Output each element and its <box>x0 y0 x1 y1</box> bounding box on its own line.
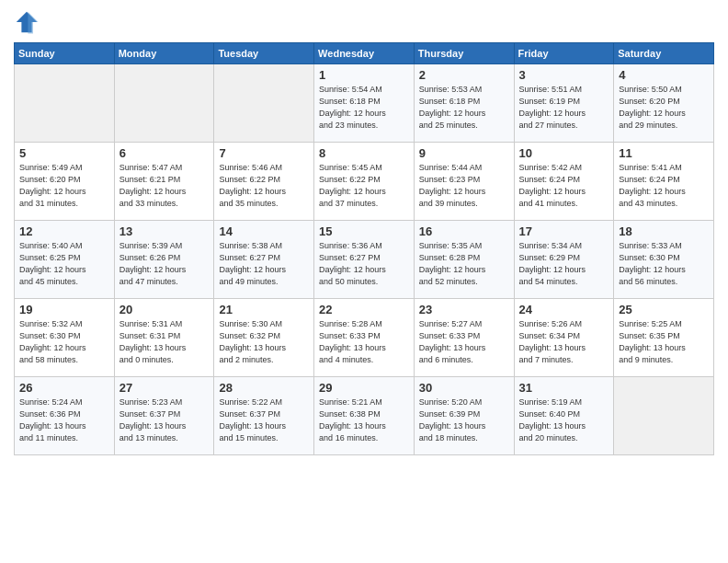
day-number: 8 <box>319 146 409 160</box>
day-header: Wednesday <box>314 43 415 64</box>
calendar-cell: 1Sunrise: 5:54 AM Sunset: 6:18 PM Daylig… <box>314 64 415 143</box>
day-number: 31 <box>519 381 609 395</box>
calendar-header-row: SundayMondayTuesdayWednesdayThursdayFrid… <box>15 43 714 64</box>
day-info: Sunrise: 5:31 AM Sunset: 6:31 PM Dayligh… <box>119 318 210 366</box>
day-number: 1 <box>319 68 409 82</box>
svg-marker-1 <box>28 12 38 34</box>
day-info: Sunrise: 5:28 AM Sunset: 6:33 PM Dayligh… <box>319 318 409 366</box>
day-info: Sunrise: 5:33 AM Sunset: 6:30 PM Dayligh… <box>619 240 709 288</box>
day-info: Sunrise: 5:21 AM Sunset: 6:38 PM Dayligh… <box>319 396 409 444</box>
calendar-cell <box>15 64 115 143</box>
day-info: Sunrise: 5:54 AM Sunset: 6:18 PM Dayligh… <box>319 84 409 132</box>
day-info: Sunrise: 5:23 AM Sunset: 6:37 PM Dayligh… <box>119 396 210 444</box>
calendar-cell: 22Sunrise: 5:28 AM Sunset: 6:33 PM Dayli… <box>314 299 415 377</box>
day-number: 2 <box>419 68 509 82</box>
day-number: 22 <box>319 303 409 316</box>
day-number: 16 <box>419 224 509 238</box>
calendar-week-row: 26Sunrise: 5:24 AM Sunset: 6:36 PM Dayli… <box>15 377 714 455</box>
calendar-cell: 11Sunrise: 5:41 AM Sunset: 6:24 PM Dayli… <box>614 143 714 221</box>
calendar-cell: 4Sunrise: 5:50 AM Sunset: 6:20 PM Daylig… <box>614 64 714 143</box>
calendar-cell: 16Sunrise: 5:35 AM Sunset: 6:28 PM Dayli… <box>414 221 514 299</box>
day-header: Thursday <box>414 43 514 64</box>
day-info: Sunrise: 5:47 AM Sunset: 6:21 PM Dayligh… <box>119 162 210 210</box>
day-info: Sunrise: 5:45 AM Sunset: 6:22 PM Dayligh… <box>319 162 409 210</box>
calendar-cell: 8Sunrise: 5:45 AM Sunset: 6:22 PM Daylig… <box>314 143 415 221</box>
calendar-cell: 13Sunrise: 5:39 AM Sunset: 6:26 PM Dayli… <box>114 221 214 299</box>
calendar-cell: 23Sunrise: 5:27 AM Sunset: 6:33 PM Dayli… <box>414 299 514 377</box>
day-number: 19 <box>19 303 109 316</box>
calendar-cell <box>214 64 314 143</box>
day-info: Sunrise: 5:27 AM Sunset: 6:33 PM Dayligh… <box>419 318 509 366</box>
day-info: Sunrise: 5:39 AM Sunset: 6:26 PM Dayligh… <box>119 240 210 288</box>
day-number: 24 <box>519 303 609 316</box>
day-number: 26 <box>19 381 109 395</box>
day-info: Sunrise: 5:22 AM Sunset: 6:37 PM Dayligh… <box>219 396 309 444</box>
day-number: 10 <box>519 146 609 160</box>
calendar-cell: 3Sunrise: 5:51 AM Sunset: 6:19 PM Daylig… <box>514 64 614 143</box>
calendar-cell: 18Sunrise: 5:33 AM Sunset: 6:30 PM Dayli… <box>614 221 714 299</box>
calendar-cell: 17Sunrise: 5:34 AM Sunset: 6:29 PM Dayli… <box>514 221 614 299</box>
day-header: Sunday <box>15 43 115 64</box>
day-header: Friday <box>514 43 614 64</box>
day-number: 11 <box>619 146 709 160</box>
calendar-cell: 29Sunrise: 5:21 AM Sunset: 6:38 PM Dayli… <box>314 377 415 455</box>
calendar-cell: 10Sunrise: 5:42 AM Sunset: 6:24 PM Dayli… <box>514 143 614 221</box>
calendar-cell: 21Sunrise: 5:30 AM Sunset: 6:32 PM Dayli… <box>214 299 314 377</box>
day-info: Sunrise: 5:38 AM Sunset: 6:27 PM Dayligh… <box>219 240 309 288</box>
calendar-cell: 2Sunrise: 5:53 AM Sunset: 6:18 PM Daylig… <box>414 64 514 143</box>
day-number: 18 <box>619 224 709 238</box>
day-info: Sunrise: 5:35 AM Sunset: 6:28 PM Dayligh… <box>419 240 509 288</box>
calendar-cell: 9Sunrise: 5:44 AM Sunset: 6:23 PM Daylig… <box>414 143 514 221</box>
calendar-body: 1Sunrise: 5:54 AM Sunset: 6:18 PM Daylig… <box>15 64 714 455</box>
calendar-week-row: 12Sunrise: 5:40 AM Sunset: 6:25 PM Dayli… <box>15 221 714 299</box>
day-number: 4 <box>619 68 709 82</box>
calendar-cell: 31Sunrise: 5:19 AM Sunset: 6:40 PM Dayli… <box>514 377 614 455</box>
day-info: Sunrise: 5:42 AM Sunset: 6:24 PM Dayligh… <box>519 162 609 210</box>
calendar-cell: 12Sunrise: 5:40 AM Sunset: 6:25 PM Dayli… <box>15 221 115 299</box>
day-number: 5 <box>19 146 109 160</box>
day-info: Sunrise: 5:51 AM Sunset: 6:19 PM Dayligh… <box>519 84 609 132</box>
day-info: Sunrise: 5:46 AM Sunset: 6:22 PM Dayligh… <box>219 162 309 210</box>
day-header: Tuesday <box>214 43 314 64</box>
calendar-week-row: 5Sunrise: 5:49 AM Sunset: 6:20 PM Daylig… <box>15 143 714 221</box>
day-info: Sunrise: 5:19 AM Sunset: 6:40 PM Dayligh… <box>519 396 609 444</box>
day-number: 29 <box>319 381 409 395</box>
calendar-cell: 25Sunrise: 5:25 AM Sunset: 6:35 PM Dayli… <box>614 299 714 377</box>
day-info: Sunrise: 5:36 AM Sunset: 6:27 PM Dayligh… <box>319 240 409 288</box>
calendar-week-row: 19Sunrise: 5:32 AM Sunset: 6:30 PM Dayli… <box>15 299 714 377</box>
day-info: Sunrise: 5:44 AM Sunset: 6:23 PM Dayligh… <box>419 162 509 210</box>
logo <box>14 9 43 35</box>
day-number: 9 <box>419 146 509 160</box>
calendar-cell: 26Sunrise: 5:24 AM Sunset: 6:36 PM Dayli… <box>15 377 115 455</box>
day-info: Sunrise: 5:30 AM Sunset: 6:32 PM Dayligh… <box>219 318 309 366</box>
day-info: Sunrise: 5:20 AM Sunset: 6:39 PM Dayligh… <box>419 396 509 444</box>
day-number: 6 <box>119 146 210 160</box>
calendar-cell: 24Sunrise: 5:26 AM Sunset: 6:34 PM Dayli… <box>514 299 614 377</box>
calendar-table: SundayMondayTuesdayWednesdayThursdayFrid… <box>14 42 714 455</box>
day-number: 20 <box>119 303 210 316</box>
day-number: 27 <box>119 381 210 395</box>
day-number: 30 <box>419 381 509 395</box>
day-header: Saturday <box>614 43 714 64</box>
day-info: Sunrise: 5:41 AM Sunset: 6:24 PM Dayligh… <box>619 162 709 210</box>
day-info: Sunrise: 5:50 AM Sunset: 6:20 PM Dayligh… <box>619 84 709 132</box>
calendar-cell: 19Sunrise: 5:32 AM Sunset: 6:30 PM Dayli… <box>15 299 115 377</box>
day-header: Monday <box>114 43 214 64</box>
day-info: Sunrise: 5:49 AM Sunset: 6:20 PM Dayligh… <box>19 162 109 210</box>
day-number: 15 <box>319 224 409 238</box>
calendar-cell <box>614 377 714 455</box>
calendar-cell <box>114 64 214 143</box>
day-number: 17 <box>519 224 609 238</box>
day-number: 7 <box>219 146 309 160</box>
day-info: Sunrise: 5:40 AM Sunset: 6:25 PM Dayligh… <box>19 240 109 288</box>
day-info: Sunrise: 5:34 AM Sunset: 6:29 PM Dayligh… <box>519 240 609 288</box>
day-info: Sunrise: 5:24 AM Sunset: 6:36 PM Dayligh… <box>19 396 109 444</box>
calendar-cell: 6Sunrise: 5:47 AM Sunset: 6:21 PM Daylig… <box>114 143 214 221</box>
calendar-week-row: 1Sunrise: 5:54 AM Sunset: 6:18 PM Daylig… <box>15 64 714 143</box>
day-number: 25 <box>619 303 709 316</box>
logo-icon <box>14 9 40 35</box>
day-info: Sunrise: 5:53 AM Sunset: 6:18 PM Dayligh… <box>419 84 509 132</box>
calendar-cell: 28Sunrise: 5:22 AM Sunset: 6:37 PM Dayli… <box>214 377 314 455</box>
calendar-cell: 27Sunrise: 5:23 AM Sunset: 6:37 PM Dayli… <box>114 377 214 455</box>
day-number: 28 <box>219 381 309 395</box>
